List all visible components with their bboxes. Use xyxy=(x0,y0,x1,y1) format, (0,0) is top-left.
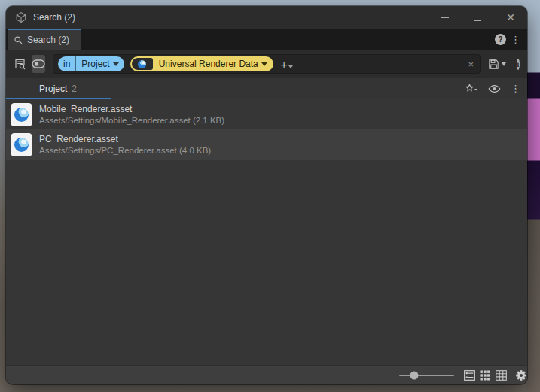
grid-view-icon xyxy=(480,370,490,381)
grid-view-button[interactable] xyxy=(479,369,491,381)
filter-token-area[interactable]: in Project xyxy=(58,56,124,71)
saved-query-icon xyxy=(14,58,26,71)
result-text: Mobile_Renderer.asset Assets/Settings/Mo… xyxy=(39,104,224,125)
query-builder-toggle[interactable] xyxy=(32,55,45,73)
minimize-icon xyxy=(441,17,449,18)
unity-search-window: Search (2) ✕ Search (2) ? ⋮ xyxy=(6,6,527,384)
renderer-asset-icon xyxy=(14,138,29,152)
tab-search[interactable]: Search (2) xyxy=(8,29,81,50)
close-button[interactable]: ✕ xyxy=(494,6,527,29)
gear-icon xyxy=(515,369,527,381)
info-button[interactable]: i xyxy=(517,59,520,70)
item-size-slider[interactable] xyxy=(399,370,454,381)
tab-bar-actions: ? ⋮ xyxy=(495,29,527,50)
result-row-mobile-renderer[interactable]: Mobile_Renderer.asset Assets/Settings/Mo… xyxy=(6,99,527,129)
help-button[interactable]: ? xyxy=(495,34,506,45)
tab-menu-button[interactable]: ⋮ xyxy=(511,35,520,44)
asset-file-icon xyxy=(11,103,32,126)
result-title: PC_Renderer.asset xyxy=(39,134,211,144)
preview-eye-icon[interactable] xyxy=(488,84,501,93)
list-view-button[interactable] xyxy=(463,369,475,381)
result-path: Assets/Settings/PC_Renderer.asset (4.0 K… xyxy=(39,146,211,155)
window-controls: ✕ xyxy=(428,6,527,29)
list-view-icon xyxy=(464,370,475,381)
group-menu-button[interactable]: ⋮ xyxy=(511,84,520,93)
preferences-button[interactable] xyxy=(515,369,527,381)
tab-label: Search (2) xyxy=(27,35,69,45)
search-input[interactable]: in Project Universal Renderer Data + × xyxy=(53,54,481,74)
plus-icon: + xyxy=(281,59,288,70)
renderer-asset-icon xyxy=(14,108,29,122)
group-count: 2 xyxy=(72,84,77,94)
group-label: Project xyxy=(39,84,67,94)
unity-logo-icon xyxy=(15,11,27,23)
slider-thumb[interactable] xyxy=(410,371,418,379)
query-token-universal-renderer-data[interactable]: Universal Renderer Data xyxy=(130,56,273,71)
query-token-label: Universal Renderer Data xyxy=(153,59,261,69)
save-search-button[interactable] xyxy=(488,59,506,70)
chevron-down-icon xyxy=(288,65,293,68)
minimize-button[interactable] xyxy=(428,6,461,29)
status-bar xyxy=(6,365,527,384)
favorites-filter-icon[interactable] xyxy=(465,84,478,93)
chevron-down-icon xyxy=(502,62,506,66)
results-list: Mobile_Renderer.asset Assets/Settings/Mo… xyxy=(6,99,527,365)
renderer-asset-icon xyxy=(138,60,146,68)
result-path: Assets/Settings/Mobile_Renderer.asset (2… xyxy=(39,116,224,125)
result-text: PC_Renderer.asset Assets/Settings/PC_Ren… xyxy=(39,134,211,155)
group-header-actions: ⋮ xyxy=(465,84,527,93)
close-icon: ✕ xyxy=(506,12,515,23)
table-view-icon xyxy=(496,370,507,381)
filter-prefix: in xyxy=(58,59,75,69)
window-title: Search (2) xyxy=(33,12,75,23)
search-icon xyxy=(14,35,23,45)
maximize-icon xyxy=(474,14,481,21)
toggle-icon xyxy=(32,59,45,68)
result-title: Mobile_Renderer.asset xyxy=(39,104,224,114)
group-active-underline xyxy=(6,98,111,99)
clear-search-button[interactable]: × xyxy=(468,55,474,73)
search-toolbar: in Project Universal Renderer Data + × xyxy=(6,50,527,78)
saved-searches-button[interactable] xyxy=(14,55,26,73)
tab-bar: Search (2) ? ⋮ xyxy=(6,29,527,50)
token-icon-wrap xyxy=(132,58,153,70)
table-view-button[interactable] xyxy=(495,369,507,381)
slider-track xyxy=(399,375,454,376)
asset-file-icon xyxy=(11,133,32,156)
add-filter-button[interactable]: + xyxy=(281,59,293,70)
save-icon xyxy=(488,59,499,70)
result-row-pc-renderer[interactable]: PC_Renderer.asset Assets/Settings/PC_Ren… xyxy=(6,129,527,160)
filter-area-dropdown[interactable]: Project xyxy=(76,59,124,69)
chevron-down-icon xyxy=(113,62,119,66)
chevron-down-icon xyxy=(261,62,267,66)
filter-area-label: Project xyxy=(81,59,109,69)
maximize-button[interactable] xyxy=(461,6,494,29)
view-mode-buttons xyxy=(463,369,527,381)
title-bar[interactable]: Search (2) ✕ xyxy=(6,6,527,29)
background-windows-strip xyxy=(526,0,540,392)
results-group-header: Project 2 ⋮ xyxy=(6,78,527,99)
